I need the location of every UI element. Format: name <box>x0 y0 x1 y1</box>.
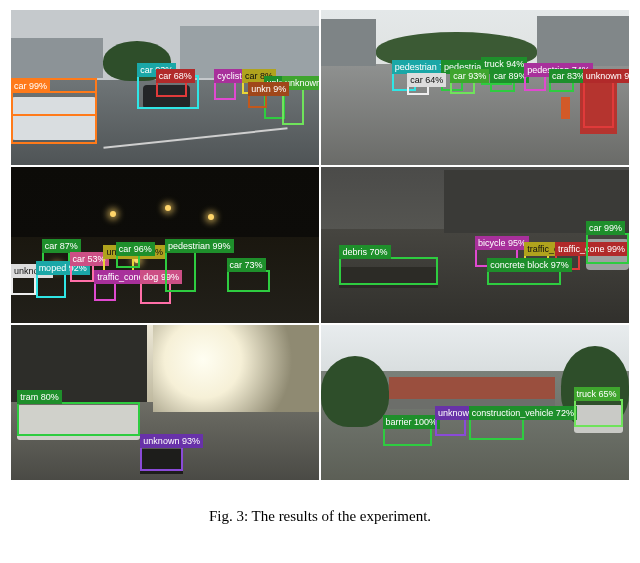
detection-box: car 89% <box>490 81 515 92</box>
detection-box: car 83% <box>549 81 574 92</box>
panel-5: barrier 100%unknown 100%construction_veh… <box>321 325 629 480</box>
detection-label: construction_vehicle 72% <box>469 406 577 420</box>
detection-box: car 68% <box>156 81 187 97</box>
detection-label: debris 70% <box>339 245 390 259</box>
panel-1: pedestrian 77%pedestrian 75%truck 94%car… <box>321 10 629 165</box>
detection-box: unknown <box>11 276 36 295</box>
panel-2: car 87%unknownmoped 92%car 53%unknown 82… <box>11 167 319 322</box>
detection-label: unknown 93% <box>140 434 203 448</box>
image-grid: car 99%car 93%car 68%cyclist 70%car 8%un… <box>11 10 629 480</box>
detection-label: car 99% <box>586 221 625 235</box>
detection-box: pedestrian 99% <box>165 251 196 291</box>
detection-box: truck 65% <box>574 399 623 427</box>
detection-box: car 99% <box>586 233 629 264</box>
detection-label: car 68% <box>156 69 195 83</box>
panel-4: tram 80%unknown 93% <box>11 325 319 480</box>
caption-prefix: Fig. 3: <box>209 508 248 524</box>
detection-box <box>11 78 97 143</box>
detection-box: pedestrian 74% <box>524 75 546 91</box>
detection-label: bicycle 95% <box>475 236 529 250</box>
caption-text: The results of the experiment. <box>248 508 431 524</box>
detection-label: car 93% <box>450 69 489 83</box>
detection-label: truck 65% <box>574 387 620 401</box>
detection-label: tram 80% <box>17 390 62 404</box>
figure-caption: Fig. 3: The results of the experiment. <box>0 508 640 525</box>
detection-label: car 73% <box>227 258 266 272</box>
detection-box: unkn 9% <box>248 94 266 108</box>
detection-box: unknown 93% <box>140 446 183 471</box>
detection-box: construction_vehicle 72% <box>469 418 524 440</box>
detection-box: debris 70% <box>339 257 438 285</box>
detection-label: barrier 100% <box>383 415 441 429</box>
detection-box: unknown 97% <box>583 81 614 128</box>
detection-label: car 96% <box>116 242 155 256</box>
detection-box: moped 92% <box>36 273 67 298</box>
detection-label: unkn 9% <box>248 82 289 96</box>
detection-box: car 96% <box>116 254 141 268</box>
detection-box: car 73% <box>227 270 270 292</box>
detection-label: unknown 97% <box>583 69 629 83</box>
detection-box: cyclist 70% <box>214 81 236 100</box>
detection-label: concrete block 97% <box>487 258 572 272</box>
detection-box: car 53% <box>70 264 95 283</box>
detection-box: traffic_cone 95% <box>94 282 116 301</box>
detection-box: unknown 100% <box>435 418 466 437</box>
detection-box: barrier 100% <box>383 427 432 446</box>
detection-box: tram 80% <box>17 402 140 436</box>
panel-3: debris 70%bicycle 95%traffic_cone 99%tra… <box>321 167 629 322</box>
figure: car 99%car 93%car 68%cyclist 70%car 8%un… <box>0 0 640 525</box>
detection-label: pedestrian 99% <box>165 239 234 253</box>
detection-label: car 64% <box>407 73 446 87</box>
detection-box: car 64% <box>407 85 429 96</box>
panel-0: car 99%car 93%car 68%cyclist 70%car 8%un… <box>11 10 319 165</box>
detection-box: concrete block 97% <box>487 270 561 286</box>
detection-box: car 93% <box>450 81 475 93</box>
